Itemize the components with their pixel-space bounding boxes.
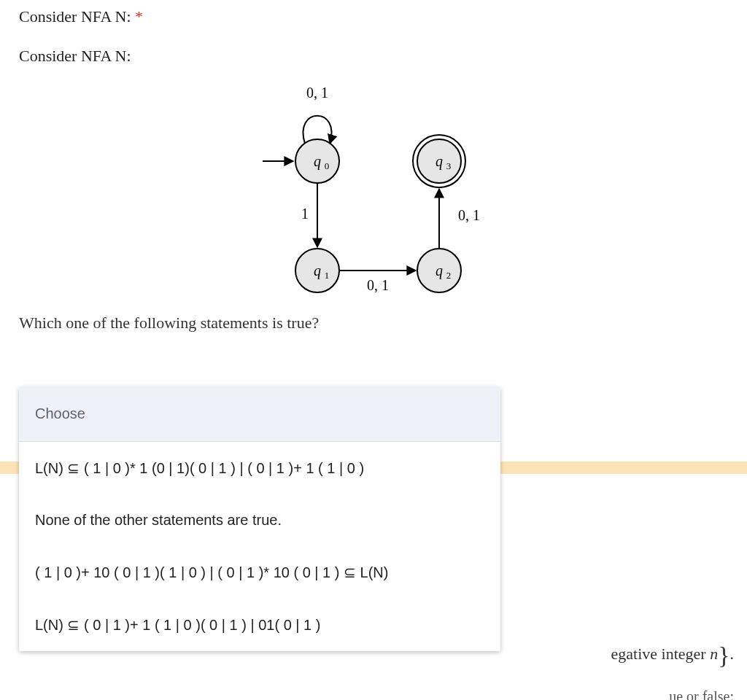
required-marker: * [135, 7, 143, 26]
question-prompt: Which one of the following statements is… [19, 314, 728, 332]
question-title-text: Consider NFA N: [19, 7, 131, 26]
svg-text:1: 1 [325, 270, 330, 281]
label-q0-self: 0, 1 [306, 85, 328, 101]
dropdown-option-0[interactable]: L(N) ⊆ ( 1 | 0 )* 1 (0 | 1)( 0 | 1 ) | (… [19, 442, 500, 494]
svg-text:3: 3 [446, 160, 452, 171]
nfa-diagram: q 0 0, 1 q 3 q 1 q 2 1 0, 1 [19, 73, 728, 312]
dropdown-option-2[interactable]: ( 1 | 0 )+ 10 ( 0 | 1 )( 1 | 0 ) | ( 0 |… [19, 546, 500, 599]
svg-text:q: q [314, 262, 321, 279]
question-subtitle: Consider NFA N: [19, 47, 728, 66]
question-title: Consider NFA N: * [19, 7, 728, 26]
svg-text:q: q [436, 153, 443, 170]
label-q2-q3: 0, 1 [458, 207, 480, 223]
svg-text:q: q [314, 153, 321, 170]
question-card: Consider NFA N: * Consider NFA N: q 0 0,… [0, 0, 747, 332]
background-text-right: egative integer n}. [611, 642, 734, 669]
dropdown-placeholder[interactable]: Choose [19, 386, 500, 442]
dropdown-option-3[interactable]: L(N) ⊆ ( 0 | 1 )+ 1 ( 1 | 0 )( 0 | 1 ) |… [19, 599, 500, 651]
svg-text:2: 2 [446, 270, 452, 281]
svg-text:0: 0 [325, 160, 330, 171]
background-text-bottom: ue or false: [669, 688, 734, 700]
svg-text:q: q [436, 262, 443, 279]
nfa-svg: q 0 0, 1 q 3 q 1 q 2 1 0, 1 [220, 77, 527, 303]
label-q0-q1: 1 [301, 206, 309, 222]
dropdown-option-1[interactable]: None of the other statements are true. [19, 494, 500, 546]
label-q1-q2: 0, 1 [367, 277, 389, 293]
answer-dropdown[interactable]: Choose L(N) ⊆ ( 1 | 0 )* 1 (0 | 1)( 0 | … [19, 386, 500, 651]
